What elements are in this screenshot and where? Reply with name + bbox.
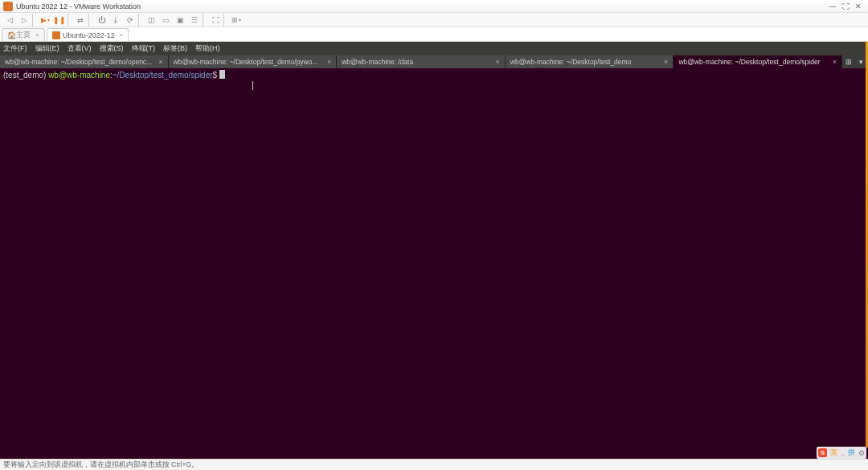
toolbar-separator xyxy=(138,14,143,27)
cursor xyxy=(219,70,225,79)
nav-back-icon[interactable]: ◁ xyxy=(3,14,16,27)
terminal-tab[interactable]: wb@wb-machine: ~/Desktop/test_demo× xyxy=(506,55,674,68)
terminal-tab[interactable]: wb@wb-machine: ~/Desktop/test_demo/pywo.… xyxy=(169,55,338,68)
terminal-body[interactable]: (test_demo) wb@wb-machine:~/Desktop/test… xyxy=(0,68,868,459)
close-icon[interactable]: × xyxy=(833,58,837,66)
toolbar: ◁ ▷ ▶▾ ❚❚ ⇄ ⏻ ⤓ ⟳ ◫ ▭ ▣ ☰ ⛶ ⊞▾ xyxy=(0,13,868,27)
close-icon[interactable]: × xyxy=(496,58,500,66)
menu-tabs[interactable]: 标签(B) xyxy=(163,43,187,54)
pinyin-indicator[interactable]: 拼 xyxy=(848,448,855,458)
menu-terminal[interactable]: 终端(T) xyxy=(132,43,156,54)
menu-file[interactable]: 文件(F) xyxy=(3,43,27,54)
close-icon[interactable]: × xyxy=(327,58,331,66)
ubuntu-icon xyxy=(52,31,60,39)
terminal-tab[interactable]: wb@wb-machine: ~/Desktop/test_demo/openc… xyxy=(0,55,169,68)
window-title: Ubuntu 2022 12 - VMware Workstation xyxy=(16,2,141,10)
menu-edit[interactable]: 编辑(E) xyxy=(35,43,59,54)
guest-display[interactable]: 文件(F) 编辑(E) 查看(V) 搜索(S) 终端(T) 标签(B) 帮助(H… xyxy=(0,42,868,459)
terminal-tab[interactable]: wb@wb-machine: /data× xyxy=(337,55,506,68)
vm-tabs: 🏠 主页 × Ubuntu-2022-12 × xyxy=(0,27,868,42)
menu-view[interactable]: 查看(V) xyxy=(68,43,92,54)
close-icon[interactable]: × xyxy=(35,31,39,39)
ime-settings-icon[interactable]: ⚙ xyxy=(858,449,865,457)
toolbar-separator xyxy=(203,14,207,27)
maximize-button[interactable]: ⛶ xyxy=(839,1,852,12)
lang-indicator[interactable]: 英 xyxy=(830,448,837,458)
statusbar: 要将输入定向到该虚拟机，请在虚拟机内部单击或按 Ctrl+G。 xyxy=(0,459,868,470)
titlebar: Ubuntu 2022 12 - VMware Workstation — ⛶ … xyxy=(0,0,868,13)
snapshot-icon[interactable]: ⇄ xyxy=(74,14,87,27)
power-icon[interactable]: ⏻ xyxy=(95,14,108,27)
view2-icon[interactable]: ▭ xyxy=(159,14,172,27)
tab-label: Ubuntu-2022-12 xyxy=(63,31,115,39)
vmware-icon xyxy=(3,2,13,11)
minimize-button[interactable]: — xyxy=(826,1,839,12)
close-icon[interactable]: × xyxy=(120,31,124,39)
fullscreen-icon[interactable]: ⛶ xyxy=(209,14,222,27)
view4-icon[interactable]: ☰ xyxy=(188,14,201,27)
toolbar-separator xyxy=(32,14,37,27)
status-text: 要将输入定向到该虚拟机，请在虚拟机内部单击或按 Ctrl+G。 xyxy=(3,460,199,470)
pause-icon[interactable]: ❚❚ xyxy=(53,14,66,27)
terminal-tabs: wb@wb-machine: ~/Desktop/test_demo/openc… xyxy=(0,55,868,68)
prompt-line: (test_demo) wb@wb-machine:~/Desktop/test… xyxy=(3,71,225,80)
vm-tab-ubuntu[interactable]: Ubuntu-2022-12 × xyxy=(47,28,129,41)
close-button[interactable]: ✕ xyxy=(852,1,865,12)
toolbar-separator xyxy=(88,14,93,27)
new-tab-button[interactable]: ⊞ xyxy=(842,55,855,68)
punct-indicator[interactable]: ., xyxy=(841,449,845,457)
close-icon[interactable]: × xyxy=(664,58,668,66)
toolbar-separator xyxy=(68,14,72,27)
view3-icon[interactable]: ▣ xyxy=(174,14,186,27)
toolbar-separator xyxy=(223,14,228,27)
view1-icon[interactable]: ◫ xyxy=(145,14,158,27)
terminal-tab-active[interactable]: wb@wb-machine: ~/Desktop/test_demo/spide… xyxy=(674,55,842,68)
ubuntu-menubar: 文件(F) 编辑(E) 查看(V) 搜索(S) 终端(T) 标签(B) 帮助(H… xyxy=(0,42,868,55)
menu-help[interactable]: 帮助(H) xyxy=(195,43,220,54)
close-icon[interactable]: × xyxy=(158,58,162,66)
ime-tray[interactable]: S 英 ., 拼 ⚙ xyxy=(817,447,866,459)
play-icon[interactable]: ▶▾ xyxy=(39,14,51,27)
menu-search[interactable]: 搜索(S) xyxy=(100,43,124,54)
text-cursor xyxy=(252,81,253,90)
refresh-icon[interactable]: ⟳ xyxy=(124,14,137,27)
unity-icon[interactable]: ⊞▾ xyxy=(230,14,243,27)
nav-fwd-icon[interactable]: ▷ xyxy=(18,14,31,27)
home-tab[interactable]: 🏠 主页 × xyxy=(2,28,45,41)
tab-label: 主页 xyxy=(16,30,31,40)
sogou-icon[interactable]: S xyxy=(818,448,827,457)
home-icon: 🏠 xyxy=(7,31,16,39)
download-icon[interactable]: ⤓ xyxy=(109,14,122,27)
